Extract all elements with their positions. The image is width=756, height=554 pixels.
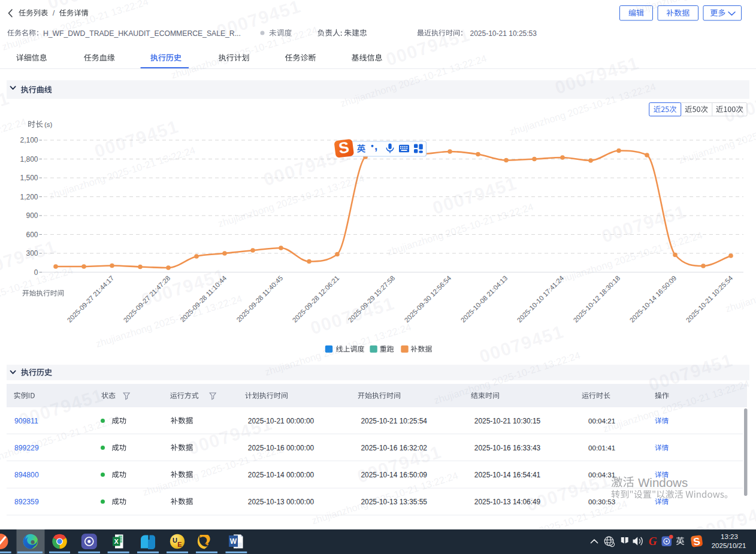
svg-text:2025/10/21: 2025/10/21 bbox=[712, 542, 746, 549]
svg-text:S: S bbox=[338, 138, 350, 158]
svg-text:U: U bbox=[173, 537, 177, 544]
svg-text:E: E bbox=[177, 541, 182, 548]
svg-text:G: G bbox=[649, 535, 657, 547]
svg-text:,: , bbox=[374, 140, 377, 152]
svg-text:W: W bbox=[230, 537, 237, 546]
svg-text:13:23: 13:23 bbox=[721, 533, 738, 540]
svg-text:Windows: Windows bbox=[638, 476, 688, 489]
svg-text:X: X bbox=[114, 538, 119, 545]
